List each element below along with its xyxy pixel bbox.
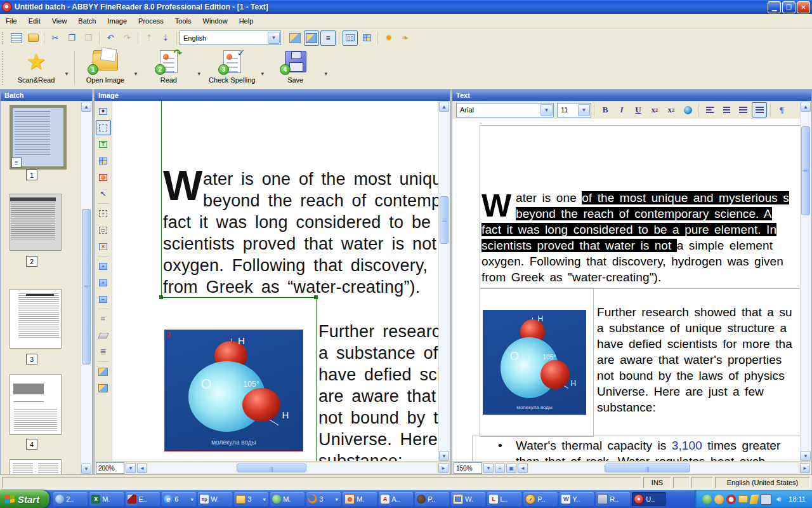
volume-icon[interactable]: 🔊︎: [774, 495, 783, 504]
italic-button[interactable]: I: [614, 102, 629, 117]
scroll-down-icon[interactable]: ▼: [81, 464, 91, 474]
image-zoom-select[interactable]: 200%: [96, 462, 124, 474]
pen-icon[interactable]: [750, 495, 759, 504]
taskbar-button-calculator[interactable]: R..: [596, 492, 630, 506]
taskbar-button-player[interactable]: M.: [343, 492, 377, 506]
menu-process[interactable]: Process: [133, 15, 169, 27]
chevron-down-icon[interactable]: ▼: [324, 71, 329, 77]
scroll-up-icon[interactable]: ▲: [81, 102, 91, 112]
scroll-up-icon[interactable]: ▲: [801, 102, 811, 112]
taskbar-button-scheduler[interactable]: P..: [523, 492, 558, 506]
taskbar-button-finereader[interactable]: U..: [632, 492, 666, 506]
page-number[interactable]: 3: [26, 354, 37, 364]
recognized-text-view[interactable]: W ater is one of the most unique and mys…: [452, 119, 801, 462]
page-thumbnail-1[interactable]: ≡: [10, 105, 67, 170]
keyboard-language-indicator[interactable]: English (United States): [715, 477, 810, 488]
help-book-icon[interactable]: ❧: [398, 30, 413, 46]
page-thumbnail-3[interactable]: [10, 289, 62, 349]
check-spelling-button[interactable]: ✓ 3 Check Spelling: [204, 47, 260, 84]
scrollbar-thumb[interactable]: [605, 464, 690, 472]
framed-view-icon[interactable]: ▣: [506, 463, 516, 473]
display-icon[interactable]: [761, 494, 771, 505]
scrollbar-thumb[interactable]: [237, 464, 306, 472]
taskbar-button-folder-group[interactable]: 3▼: [234, 492, 268, 506]
chevron-down-icon[interactable]: ▼: [126, 463, 136, 473]
menu-view[interactable]: View: [46, 15, 73, 27]
taskbar-button-computer[interactable]: W.: [451, 492, 485, 506]
page-thumbnail-4[interactable]: [10, 374, 62, 435]
text-zoom-select[interactable]: 150%: [454, 462, 482, 474]
scroll-right-icon[interactable]: ►: [800, 463, 810, 473]
superscript-button[interactable]: x2: [647, 102, 662, 117]
taskbar-button-paint[interactable]: P..: [415, 492, 449, 506]
align-justify-icon[interactable]: [752, 102, 767, 117]
scroll-right-icon[interactable]: ►: [438, 463, 449, 473]
subscript-button[interactable]: x2: [664, 102, 679, 117]
align-center-icon[interactable]: [719, 102, 734, 117]
user-icon[interactable]: [702, 495, 712, 504]
menu-batch[interactable]: Batch: [72, 15, 102, 27]
text-panel-header[interactable]: Text: [452, 90, 811, 101]
align-left-icon[interactable]: [702, 102, 717, 117]
chevron-down-icon[interactable]: ▼: [578, 104, 590, 116]
image-hscrollbar[interactable]: [148, 463, 436, 473]
scroll-down-icon[interactable]: ▼: [801, 451, 811, 461]
image-text-window-icon[interactable]: [304, 30, 319, 46]
block-border[interactable]: [161, 297, 316, 298]
menu-tools[interactable]: Tools: [169, 15, 197, 27]
font-name-combobox[interactable]: Arial ▼: [456, 103, 554, 117]
page-number[interactable]: 2: [26, 256, 37, 267]
delete-block-icon[interactable]: ✕: [96, 239, 111, 254]
block-list-icon[interactable]: ≣: [96, 344, 111, 359]
scan-read-button[interactable]: ★ Scan&Read: [8, 47, 64, 84]
bold-button[interactable]: B: [598, 102, 613, 117]
picture-block-icon[interactable]: [96, 170, 111, 185]
image-panel-header[interactable]: Image: [95, 90, 450, 101]
scroll-down-icon[interactable]: ▼: [439, 451, 449, 461]
merge-blocks-icon[interactable]: +: [96, 258, 111, 274]
scrollbar-thumb[interactable]: [801, 126, 810, 215]
image-tool-icon[interactable]: [96, 364, 111, 379]
taskbar-button-ftp[interactable]: W.: [198, 492, 232, 506]
chevron-down-icon[interactable]: ▼: [197, 71, 202, 77]
scrollbar-thumb[interactable]: [82, 209, 91, 364]
chevron-down-icon[interactable]: ▼: [64, 71, 69, 77]
chevron-down-icon[interactable]: ▼: [268, 32, 280, 44]
scrollbar-thumb[interactable]: [440, 196, 449, 244]
folder-icon[interactable]: [738, 495, 748, 503]
formatting-marks-icon[interactable]: ¶: [774, 102, 789, 117]
crop-icon[interactable]: ⌗: [96, 311, 111, 326]
menu-file[interactable]: File: [0, 15, 23, 27]
tray-clock[interactable]: 18:11: [789, 495, 806, 503]
batch-scrollbar[interactable]: ▲ ▼: [81, 101, 92, 474]
select-block-icon[interactable]: [96, 120, 111, 135]
text-vscrollbar[interactable]: ▲ ▼: [800, 101, 811, 462]
taskbar-button-acrobat[interactable]: A..: [379, 492, 413, 506]
scroll-left-icon[interactable]: ◄: [518, 463, 528, 473]
text-hscrollbar[interactable]: [528, 463, 798, 473]
chevron-down-icon[interactable]: ▼: [540, 104, 553, 116]
table-block-icon[interactable]: [96, 153, 111, 168]
redo-icon[interactable]: ↷: [119, 30, 134, 46]
menu-edit[interactable]: Edit: [23, 15, 46, 27]
eraser-icon[interactable]: [96, 328, 111, 343]
page-thumbnail-2[interactable]: [10, 194, 62, 251]
batch-pages-icon[interactable]: [9, 30, 24, 46]
menu-image[interactable]: Image: [102, 15, 133, 27]
block-border[interactable]: [161, 101, 162, 298]
new-block-icon[interactable]: ✦: [96, 104, 111, 119]
text-block-icon[interactable]: T: [96, 137, 111, 152]
scanned-image-view[interactable]: W ater is one of the most unique beyond …: [112, 101, 439, 462]
copy-icon[interactable]: ❐: [64, 30, 79, 46]
close-button[interactable]: ✕: [797, 1, 810, 13]
save-button[interactable]: 4 Save: [268, 47, 324, 84]
clock-icon[interactable]: [714, 495, 724, 504]
taskbar-button-notebook[interactable]: E..: [126, 492, 160, 506]
taskbar-button-excel[interactable]: M.: [89, 492, 124, 506]
split-cells-icon[interactable]: −: [96, 291, 111, 307]
chevron-down-icon[interactable]: ▼: [483, 463, 494, 473]
underline-button[interactable]: U: [631, 102, 646, 117]
chevron-down-icon[interactable]: ▼: [133, 71, 138, 77]
plain-text-view-icon[interactable]: ≡: [495, 463, 505, 473]
cut-block-part-icon[interactable]: ▭: [96, 222, 111, 237]
